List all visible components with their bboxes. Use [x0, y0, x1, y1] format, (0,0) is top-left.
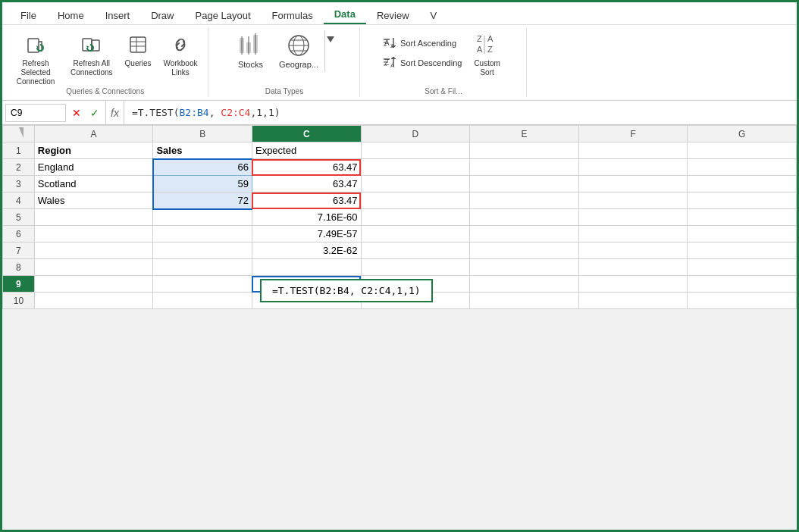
- cell-A2[interactable]: England: [34, 159, 153, 176]
- cell-A8[interactable]: [34, 259, 153, 276]
- cell-E3[interactable]: [470, 176, 579, 192]
- cell-C4[interactable]: 63.47: [252, 192, 361, 209]
- cell-E8[interactable]: [470, 259, 579, 276]
- cell-E7[interactable]: [470, 243, 579, 259]
- cell-G4[interactable]: [688, 192, 797, 209]
- formula-confirm-button[interactable]: ✓: [87, 107, 102, 119]
- cell-G1[interactable]: [688, 142, 797, 159]
- geography-button[interactable]: Geograp...: [273, 30, 324, 72]
- custom-sort-button[interactable]: Z A A Z CustomSort: [468, 30, 506, 77]
- cell-D5[interactable]: [361, 209, 470, 226]
- cell-D6[interactable]: [361, 226, 470, 243]
- cell-A5[interactable]: [34, 209, 153, 226]
- menu-more[interactable]: V: [420, 7, 448, 24]
- menu-formulas[interactable]: Formulas: [262, 7, 324, 24]
- menu-page-layout[interactable]: Page Layout: [185, 7, 262, 24]
- cell-B8[interactable]: [153, 259, 252, 276]
- sort-descending-button[interactable]: Z A Sort Descending: [381, 54, 465, 72]
- cell-B10[interactable]: [153, 293, 252, 309]
- sort-ascending-button[interactable]: A Z Sort Ascending: [381, 34, 465, 52]
- cell-ref-box[interactable]: C9: [5, 104, 66, 122]
- formula-cancel-button[interactable]: ✕: [69, 107, 84, 119]
- cell-A3[interactable]: Scotland: [34, 176, 153, 192]
- cell-F8[interactable]: [578, 259, 688, 276]
- cell-F7[interactable]: [578, 243, 688, 259]
- cell-D2[interactable]: [361, 159, 470, 176]
- col-header-A[interactable]: A: [34, 126, 153, 142]
- menu-home[interactable]: Home: [47, 7, 95, 24]
- cell-C7[interactable]: 3.2E-62: [252, 243, 361, 259]
- cell-B5[interactable]: [153, 209, 252, 226]
- cell-D3[interactable]: [361, 176, 470, 192]
- menu-file[interactable]: File: [10, 7, 47, 24]
- menu-draw[interactable]: Draw: [140, 7, 184, 24]
- cell-C9[interactable]: =T.TEST(B2:B4, C2:C4,1,1): [252, 276, 361, 293]
- cell-F1[interactable]: [578, 142, 688, 159]
- cell-B1[interactable]: Sales: [153, 142, 252, 159]
- cell-F5[interactable]: [578, 209, 688, 226]
- cell-G6[interactable]: [688, 226, 797, 243]
- cell-F3[interactable]: [578, 176, 688, 192]
- refresh-selected-button[interactable]: Refresh SelectedConnection: [8, 30, 63, 89]
- cell-B9[interactable]: [153, 276, 252, 293]
- cell-C6[interactable]: 7.49E-57: [252, 226, 361, 243]
- workbook-links-button[interactable]: WorkbookLinks: [159, 30, 202, 80]
- col-header-G[interactable]: G: [688, 126, 797, 142]
- col-header-D[interactable]: D: [361, 126, 470, 142]
- cell-G3[interactable]: [688, 176, 797, 192]
- menu-review[interactable]: Review: [366, 7, 420, 24]
- cell-F6[interactable]: [578, 226, 688, 243]
- col-header-C[interactable]: C: [252, 126, 361, 142]
- cell-G7[interactable]: [688, 243, 797, 259]
- cell-G10[interactable]: [688, 293, 797, 309]
- cell-D1[interactable]: [361, 142, 470, 159]
- cell-F9[interactable]: [578, 276, 688, 293]
- queries-button[interactable]: Queries: [121, 30, 156, 71]
- cell-G2[interactable]: [688, 159, 797, 176]
- cell-E6[interactable]: [470, 226, 579, 243]
- cell-F10[interactable]: [578, 293, 688, 309]
- geography-dropdown-arrow[interactable]: [324, 30, 336, 72]
- refresh-all-button[interactable]: Refresh AllConnections: [66, 30, 118, 80]
- formula-input[interactable]: =T.TEST(B2:B4, C2:C4,1,1): [127, 105, 794, 120]
- cell-C8[interactable]: [252, 259, 361, 276]
- cell-D4[interactable]: [361, 192, 470, 209]
- cell-B4[interactable]: 72: [153, 192, 252, 209]
- cell-C3[interactable]: 63.47: [252, 176, 361, 192]
- cell-G5[interactable]: [688, 209, 797, 226]
- stocks-button[interactable]: Stocks: [232, 30, 269, 72]
- cell-E2[interactable]: [470, 159, 579, 176]
- cell-F4[interactable]: [578, 192, 688, 209]
- cell-E4[interactable]: [470, 192, 579, 209]
- cell-A7[interactable]: [34, 243, 153, 259]
- cell-C1[interactable]: Expected: [252, 142, 361, 159]
- cell-A6[interactable]: [34, 226, 153, 243]
- cell-A9[interactable]: [34, 276, 153, 293]
- cell-E10[interactable]: [470, 293, 579, 309]
- cell-D8[interactable]: [361, 259, 470, 276]
- col-header-F[interactable]: F: [578, 126, 688, 142]
- cell-D7[interactable]: [361, 243, 470, 259]
- cell-G8[interactable]: [688, 259, 797, 276]
- col-header-B[interactable]: B: [153, 126, 252, 142]
- cell-A4[interactable]: Wales: [34, 192, 153, 209]
- cell-E5[interactable]: [470, 209, 579, 226]
- menu-insert[interactable]: Insert: [95, 7, 141, 24]
- cell-B2[interactable]: 66: [153, 159, 252, 176]
- cell-E9[interactable]: [470, 276, 579, 293]
- cell-E1[interactable]: [470, 142, 579, 159]
- cell-B3[interactable]: 59: [153, 176, 252, 192]
- cell-C5[interactable]: 7.16E-60: [252, 209, 361, 226]
- row-header-8: 8: [3, 259, 35, 276]
- refresh-selected-icon: [24, 33, 48, 57]
- cell-F2[interactable]: [578, 159, 688, 176]
- cell-G9[interactable]: [688, 276, 797, 293]
- cell-C2[interactable]: 63.47: [252, 159, 361, 176]
- cell-B6[interactable]: [153, 226, 252, 243]
- cell-A1[interactable]: Region: [34, 142, 153, 159]
- menu-data[interactable]: Data: [324, 5, 366, 24]
- cell-B7[interactable]: [153, 243, 252, 259]
- svg-text:A: A: [487, 34, 494, 43]
- cell-A10[interactable]: [34, 293, 153, 309]
- col-header-E[interactable]: E: [470, 126, 579, 142]
